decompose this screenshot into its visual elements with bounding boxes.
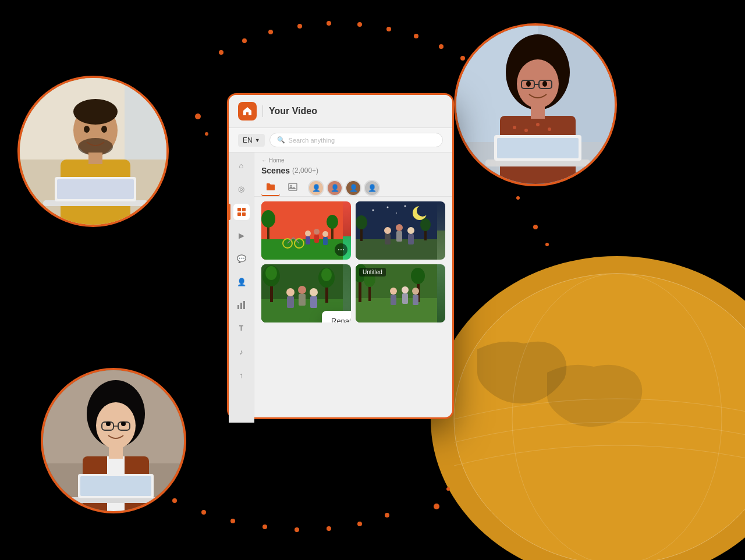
- svg-rect-80: [237, 208, 241, 211]
- svg-rect-86: [243, 301, 245, 309]
- filter-tab-image[interactable]: [283, 180, 302, 196]
- svg-point-53: [513, 126, 516, 129]
- panel-toolbar: EN ▼ 🔍 Search anything: [229, 128, 452, 153]
- svg-rect-118: [408, 234, 414, 244]
- svg-point-64: [542, 81, 547, 87]
- svg-rect-74: [109, 447, 123, 459]
- svg-point-1: [454, 274, 745, 560]
- svg-rect-84: [237, 305, 239, 309]
- svg-point-10: [386, 27, 391, 31]
- svg-point-56: [548, 127, 551, 131]
- svg-rect-87: [289, 183, 297, 190]
- svg-rect-136: [310, 296, 317, 308]
- svg-rect-146: [391, 295, 396, 305]
- svg-point-21: [295, 527, 299, 532]
- sidebar-icon-text[interactable]: T: [233, 320, 250, 336]
- sidebar-icon-music[interactable]: ♪: [233, 343, 250, 360]
- svg-point-23: [357, 522, 362, 526]
- svg-point-20: [262, 524, 267, 529]
- language-selector[interactable]: EN ▼: [238, 134, 265, 147]
- svg-point-3: [512, 274, 722, 560]
- svg-point-120: [387, 207, 389, 208]
- svg-point-29: [434, 504, 439, 509]
- panel-header: Your Video: [229, 95, 452, 128]
- svg-point-42: [84, 126, 90, 133]
- sidebar-icon-globe[interactable]: ◎: [233, 180, 250, 197]
- svg-rect-85: [240, 303, 242, 309]
- svg-point-144: [411, 268, 425, 284]
- search-placeholder: Search anything: [289, 137, 335, 144]
- svg-rect-38: [88, 153, 102, 164]
- svg-point-130: [321, 268, 332, 281]
- char-filter-1[interactable]: 👤: [308, 180, 324, 196]
- panel-title: Your Video: [269, 106, 317, 116]
- svg-point-6: [268, 30, 273, 34]
- svg-point-147: [402, 286, 409, 293]
- svg-point-5: [242, 38, 247, 43]
- svg-point-103: [322, 231, 328, 237]
- svg-rect-132: [287, 296, 294, 308]
- filter-tab-folder[interactable]: [261, 180, 280, 196]
- svg-point-26: [205, 132, 208, 136]
- sidebar: ⌂ ◎ ▶ 💬 👤 T ♪ ↑: [229, 153, 254, 423]
- svg-point-22: [327, 526, 331, 531]
- search-icon: 🔍: [277, 136, 285, 144]
- scene-card-4[interactable]: Untitled: [356, 264, 445, 322]
- scene-card-2[interactable]: [356, 201, 445, 260]
- app-panel: Your Video EN ▼ 🔍 Search anything ⌂ ◎ ▶ …: [227, 93, 454, 419]
- svg-point-0: [431, 256, 745, 560]
- sidebar-icon-chart[interactable]: [233, 297, 250, 313]
- svg-point-27: [533, 225, 538, 229]
- svg-rect-41: [57, 179, 134, 199]
- sidebar-icon-layers[interactable]: [233, 204, 250, 220]
- svg-point-135: [310, 288, 318, 296]
- svg-point-19: [230, 519, 235, 523]
- char-filter-2[interactable]: 👤: [327, 180, 343, 196]
- svg-rect-116: [396, 231, 402, 242]
- scene-1-more-button[interactable]: ⋯: [335, 243, 347, 256]
- char-filter-4[interactable]: 👤: [364, 180, 380, 196]
- svg-point-121: [396, 212, 397, 214]
- svg-point-110: [356, 215, 367, 229]
- svg-rect-108: [356, 239, 437, 260]
- svg-point-149: [412, 288, 419, 295]
- svg-rect-134: [299, 294, 306, 306]
- svg-point-115: [396, 224, 403, 231]
- svg-point-131: [286, 288, 295, 296]
- scenes-title: Scenes (2,000+): [254, 166, 452, 180]
- svg-rect-148: [402, 293, 408, 304]
- svg-rect-77: [80, 476, 151, 496]
- person-woman-bottom-left: [41, 368, 186, 513]
- svg-rect-83: [242, 212, 246, 216]
- svg-rect-33: [125, 78, 166, 160]
- svg-point-94: [327, 215, 338, 229]
- sidebar-icon-film[interactable]: ▶: [233, 227, 250, 243]
- sidebar-icon-person[interactable]: 👤: [233, 274, 250, 290]
- filter-tabs: 👤 👤 👤 👤: [254, 180, 452, 197]
- svg-point-11: [414, 34, 418, 38]
- svg-point-78: [106, 421, 111, 426]
- sidebar-icon-upload[interactable]: ↑: [233, 367, 250, 383]
- sidebar-icon-speech[interactable]: 💬: [233, 250, 250, 267]
- svg-rect-114: [385, 234, 391, 244]
- svg-point-145: [390, 288, 397, 295]
- svg-point-4: [219, 50, 224, 55]
- svg-point-24: [385, 513, 389, 518]
- scene-card-1[interactable]: ⋯: [261, 201, 351, 260]
- svg-rect-59: [531, 106, 545, 119]
- svg-point-2: [454, 274, 745, 560]
- main-content: ← Home Scenes (2,000+) 👤 👤: [254, 153, 452, 423]
- svg-point-112: [420, 218, 431, 231]
- char-filter-3[interactable]: 👤: [345, 180, 361, 196]
- breadcrumb-parent: Home: [269, 157, 285, 164]
- sidebar-icon-home[interactable]: ⌂: [233, 157, 250, 173]
- scene-card-3[interactable]: Rename Add to Shared Library Delete: [261, 264, 351, 322]
- svg-point-117: [407, 227, 414, 234]
- context-menu-rename[interactable]: Rename: [322, 311, 351, 322]
- svg-point-54: [524, 129, 528, 132]
- svg-point-107: [417, 205, 428, 217]
- svg-point-133: [298, 286, 306, 294]
- home-icon: [238, 102, 257, 120]
- svg-rect-102: [314, 235, 319, 243]
- search-bar[interactable]: 🔍 Search anything: [269, 133, 443, 147]
